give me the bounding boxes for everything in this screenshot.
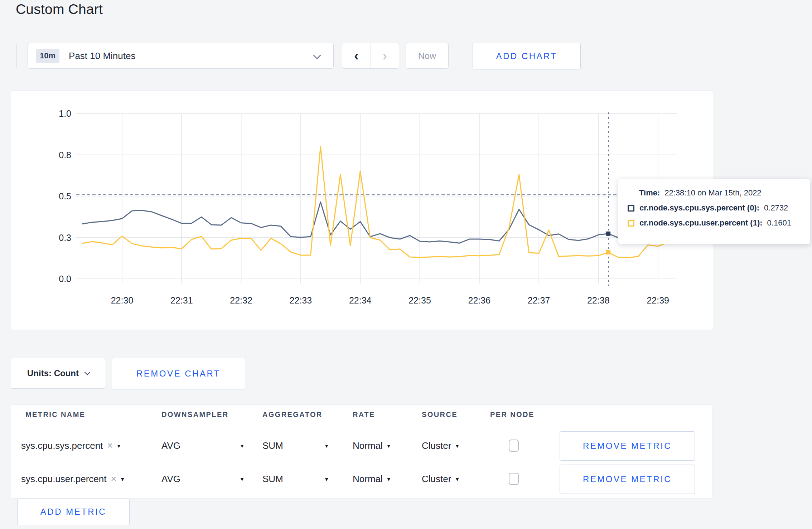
tooltip-series-row: cr.node.sys.cpu.user.percent (1): 0.1601 [628,218,810,228]
caret-down-icon: ▼ [324,443,329,448]
chevron-down-icon [313,52,321,59]
svg-text:22:37: 22:37 [528,295,550,305]
per-node-checkbox[interactable] [509,473,519,485]
remove-metric-button[interactable]: REMOVE METRIC [560,465,695,494]
source-value: Cluster [422,440,451,451]
svg-text:0.8: 0.8 [59,150,71,160]
caret-down-icon: ▼ [386,476,391,482]
svg-text:22:39: 22:39 [647,295,669,305]
svg-text:1.0: 1.0 [59,108,71,118]
downsampler-select[interactable]: AVG ▼ [161,440,245,451]
source-select[interactable]: Cluster ▼ [422,474,460,485]
header-per-node: PER NODE [490,411,535,419]
chevron-down-icon [84,369,90,375]
caret-down-icon: ▼ [324,476,329,482]
tooltip-time-row: Time: 22:38:10 on Mar 15th, 2022 [639,188,810,198]
svg-text:0.3: 0.3 [59,233,71,243]
rate-select[interactable]: Normal ▼ [353,474,391,485]
per-node-cell [509,473,519,485]
per-node-cell [509,440,519,452]
rate-value: Normal [353,474,383,485]
tooltip-time-label: Time: [639,188,660,198]
svg-text:22:31: 22:31 [170,295,193,305]
table-row: sys.cpu.user.percent × ▼ AVG ▼ SUM ▼ Nor… [11,465,712,493]
metric-name-value: sys.cpu.user.percent [21,474,106,485]
source-select[interactable]: Cluster ▼ [422,440,460,451]
tooltip-series-label: cr.node.sys.cpu.sys.percent (0): [639,203,759,213]
tooltip-series-row: cr.node.sys.cpu.sys.percent (0): 0.2732 [628,203,810,213]
per-node-checkbox[interactable] [509,440,519,452]
table-row: sys.cpu.sys.percent × ▼ AVG ▼ SUM ▼ Norm… [11,431,712,460]
svg-text:22:38: 22:38 [587,295,610,305]
svg-text:0.5: 0.5 [59,191,71,201]
header-rate: RATE [353,411,375,419]
caret-down-icon: ▼ [455,443,460,448]
units-select[interactable]: Units: Count [11,358,106,389]
header-aggregator: AGGREGATOR [262,411,323,419]
svg-text:22:36: 22:36 [468,295,491,305]
caret-down-icon: ▼ [116,443,121,448]
tooltip-time-value: 22:38:10 on Mar 15th, 2022 [664,188,761,198]
header-downsampler: DOWNSAMPLER [161,411,229,419]
toolbar-divider [16,44,17,68]
add-metric-button[interactable]: ADD METRIC [17,499,130,525]
tooltip-series-value: 0.1601 [767,218,791,228]
previous-time-button[interactable]: ‹ [342,43,371,68]
tooltip-series-value: 0.2732 [764,203,788,213]
svg-text:0.0: 0.0 [59,274,71,284]
time-range-label: Past 10 Minutes [69,50,135,62]
chart-card: 0.00.30.50.81.022:3022:3122:3222:3322:34… [11,91,713,330]
source-value: Cluster [422,474,451,485]
remove-tag-icon[interactable]: × [107,440,113,451]
time-pager: ‹ › [342,43,399,69]
page-title: Custom Chart [16,1,103,17]
chevron-right-icon: › [382,48,387,64]
cpu-percent-chart[interactable]: 0.00.30.50.81.022:3022:3122:3222:3322:34… [11,91,713,330]
caret-down-icon: ▼ [455,476,460,482]
remove-metric-button[interactable]: REMOVE METRIC [560,431,695,461]
header-metric-name: METRIC NAME [25,411,86,419]
metrics-table: METRIC NAME DOWNSAMPLER AGGREGATOR RATE … [11,404,712,499]
time-range-select[interactable]: 10m Past 10 Minutes [28,43,334,69]
sys-series-swatch-icon [628,205,634,212]
add-chart-button[interactable]: ADD CHART [473,43,581,69]
aggregator-value: SUM [262,474,283,485]
caret-down-icon: ▼ [120,476,125,482]
remove-tag-icon[interactable]: × [111,474,116,485]
metric-name-select[interactable]: sys.cpu.user.percent × ▼ [21,474,125,485]
tooltip-series-label: cr.node.sys.cpu.user.percent (1): [639,218,763,228]
caret-down-icon: ▼ [240,443,245,448]
svg-text:22:34: 22:34 [349,295,372,305]
next-time-button[interactable]: › [371,43,399,68]
chart-tooltip: Time: 22:38:10 on Mar 15th, 2022 cr.node… [618,179,810,244]
svg-text:22:30: 22:30 [111,295,134,305]
metric-name-value: sys.cpu.sys.percent [21,440,103,451]
rate-select[interactable]: Normal ▼ [353,440,391,451]
chevron-left-icon: ‹ [354,48,359,64]
downsampler-select[interactable]: AVG ▼ [161,474,245,485]
caret-down-icon: ▼ [240,476,245,482]
downsampler-value: AVG [161,474,180,485]
user-series-swatch-icon [628,220,634,227]
svg-text:22:32: 22:32 [230,295,252,305]
caret-down-icon: ▼ [386,443,391,448]
header-source: SOURCE [422,411,458,419]
aggregator-select[interactable]: SUM ▼ [262,440,329,451]
downsampler-value: AVG [161,440,180,451]
aggregator-select[interactable]: SUM ▼ [262,474,329,485]
rate-value: Normal [353,440,383,451]
remove-chart-button[interactable]: REMOVE CHART [112,358,245,389]
now-button[interactable]: Now [406,43,449,69]
metric-name-select[interactable]: sys.cpu.sys.percent × ▼ [21,440,121,451]
time-range-badge: 10m [36,49,59,63]
svg-text:22:33: 22:33 [290,295,312,305]
units-label: Units: Count [27,368,79,378]
aggregator-value: SUM [262,440,283,451]
svg-text:22:35: 22:35 [409,295,431,305]
